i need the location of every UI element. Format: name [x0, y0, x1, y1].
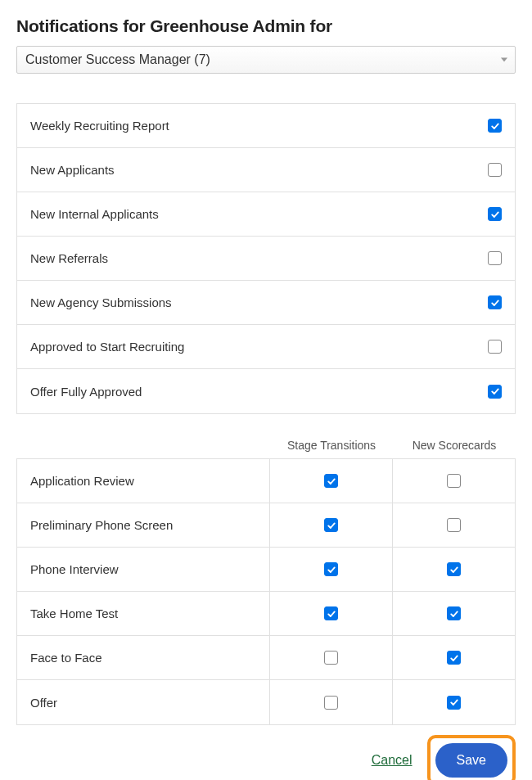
transitions-checkbox[interactable] [324, 474, 338, 488]
role-dropdown[interactable]: Customer Success Manager (7) [16, 46, 516, 74]
notification-checkbox[interactable] [488, 207, 502, 221]
stage-row: Preliminary Phone Screen [17, 503, 515, 548]
notification-row: Weekly Recruiting Report [17, 104, 515, 148]
transitions-cell [269, 503, 392, 547]
stage-row: Take Home Test [17, 592, 515, 636]
scorecards-checkbox[interactable] [447, 606, 461, 620]
notification-row: New Applicants [17, 148, 515, 192]
page-title: Notifications for Greenhouse Admin for [16, 16, 516, 36]
notification-label: Approved to Start Recruiting [30, 340, 184, 354]
notification-checkbox[interactable] [488, 295, 502, 309]
scorecards-cell [392, 592, 515, 635]
stage-row: Phone Interview [17, 548, 515, 592]
transitions-cell [269, 592, 392, 635]
scorecards-checkbox[interactable] [447, 696, 461, 710]
stage-label: Offer [17, 683, 269, 723]
stage-label: Face to Face [17, 638, 269, 678]
scorecards-cell [392, 503, 515, 547]
stage-label: Preliminary Phone Screen [17, 505, 269, 545]
scorecards-checkbox[interactable] [447, 474, 461, 488]
save-button[interactable]: Save [435, 743, 507, 778]
transitions-checkbox[interactable] [324, 606, 338, 620]
dropdown-selected-value: Customer Success Manager (7) [25, 52, 210, 67]
scorecards-cell [392, 459, 515, 503]
notification-label: New Agency Submissions [30, 295, 172, 309]
transitions-checkbox[interactable] [324, 562, 338, 576]
scorecards-cell [392, 548, 515, 591]
notification-checkbox[interactable] [488, 119, 502, 133]
transitions-checkbox[interactable] [324, 518, 338, 532]
stage-table: Application ReviewPreliminary Phone Scre… [16, 458, 516, 725]
transitions-checkbox[interactable] [324, 696, 338, 710]
scorecards-checkbox[interactable] [447, 518, 461, 532]
notification-label: New Applicants [30, 163, 115, 177]
column-header-scorecards: New Scorecards [393, 439, 516, 452]
stage-section: Stage Transitions New Scorecards Applica… [16, 439, 516, 725]
stage-row: Application Review [17, 459, 515, 503]
transitions-cell [269, 680, 392, 724]
stage-header: Stage Transitions New Scorecards [16, 439, 516, 458]
stage-label: Application Review [17, 461, 269, 501]
notification-row: New Agency Submissions [17, 281, 515, 325]
save-highlight-box: Save [427, 735, 516, 780]
notifications-table: Weekly Recruiting ReportNew ApplicantsNe… [16, 103, 516, 414]
stage-row: Face to Face [17, 636, 515, 680]
transitions-cell [269, 548, 392, 591]
notification-row: Approved to Start Recruiting [17, 325, 515, 369]
chevron-down-icon [501, 58, 507, 62]
scorecards-cell [392, 636, 515, 679]
notification-label: Weekly Recruiting Report [30, 119, 169, 133]
notification-checkbox[interactable] [488, 385, 502, 399]
notification-checkbox[interactable] [488, 251, 502, 265]
scorecards-cell [392, 680, 515, 724]
scorecards-checkbox[interactable] [447, 651, 461, 665]
notification-label: New Internal Applicants [30, 207, 159, 221]
notification-row: New Internal Applicants [17, 192, 515, 237]
notification-row: Offer Fully Approved [17, 369, 515, 413]
notification-row: New Referrals [17, 237, 515, 281]
notification-label: Offer Fully Approved [30, 385, 142, 399]
stage-label: Take Home Test [17, 593, 269, 633]
footer: Cancel Save [16, 735, 516, 780]
transitions-cell [269, 459, 392, 503]
notification-checkbox[interactable] [488, 340, 502, 354]
transitions-checkbox[interactable] [324, 651, 338, 665]
cancel-link[interactable]: Cancel [372, 753, 413, 768]
stage-row: Offer [17, 680, 515, 724]
notification-checkbox[interactable] [488, 163, 502, 177]
transitions-cell [269, 636, 392, 679]
scorecards-checkbox[interactable] [447, 562, 461, 576]
stage-label: Phone Interview [17, 549, 269, 589]
column-header-transitions: Stage Transitions [270, 439, 393, 452]
notification-label: New Referrals [30, 251, 108, 265]
